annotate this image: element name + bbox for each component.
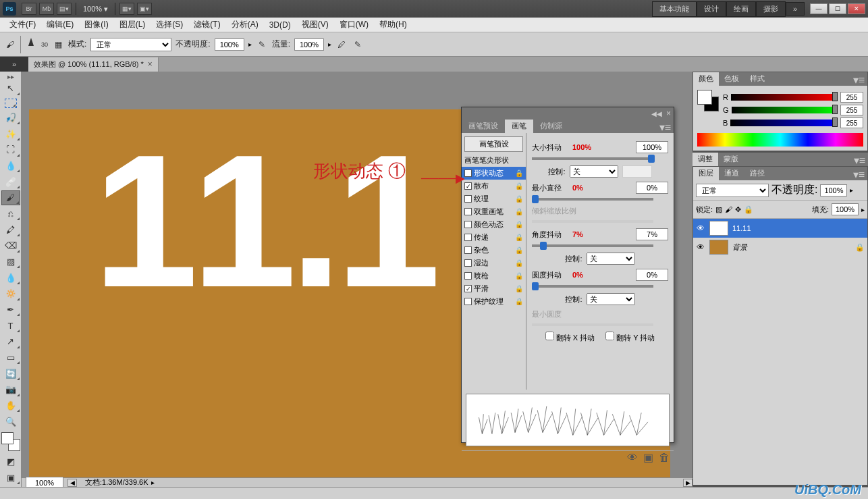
color-tab[interactable]: 颜色	[693, 72, 719, 86]
checkbox-icon[interactable]	[464, 285, 472, 292]
smoothing-item[interactable]: 平滑🔒	[462, 282, 526, 295]
foreground-color-swatch[interactable]	[1, 432, 13, 444]
horizontal-scrollbar[interactable]: ◀ 文档:1.36M/339.6K ▸ ▶	[22, 477, 693, 487]
lock-pixels-icon[interactable]: 🖌	[725, 205, 732, 213]
menu-analysis[interactable]: 分析(A)	[226, 18, 264, 32]
tab-bar-handle[interactable]: »	[0, 57, 28, 72]
workspace-tab-basic[interactable]: 基本功能	[652, 1, 697, 17]
checkbox-icon[interactable]	[464, 246, 472, 254]
dual-brush-item[interactable]: 双重画笔🔒	[462, 205, 526, 218]
workspace-tab-design[interactable]: 设计	[697, 1, 726, 17]
lock-icon[interactable]: 🔒	[515, 182, 523, 190]
wet-edges-item[interactable]: 湿边🔒	[462, 257, 526, 269]
brush-preview-icon[interactable]	[25, 38, 37, 51]
noise-item[interactable]: 杂色🔒	[462, 244, 526, 257]
blend-mode-select[interactable]: 正常	[90, 38, 171, 51]
hand-tool[interactable]: ✋	[1, 398, 20, 413]
workspace-tab-photography[interactable]: 摄影	[756, 1, 786, 17]
layer-blend-mode-select[interactable]: 正常	[696, 184, 769, 197]
roundness-control-select[interactable]: 关	[587, 293, 635, 305]
quick-mask-toggle[interactable]: ◩	[1, 454, 20, 469]
lock-icon[interactable]: 🔒	[515, 285, 523, 292]
gradient-tool[interactable]: ▨	[1, 255, 20, 269]
scroll-right-icon[interactable]: ▶	[683, 479, 693, 487]
shape-dynamics-item[interactable]: 形状动态🔒	[462, 167, 526, 180]
brush-tool-preset-icon[interactable]: 🖌	[4, 38, 16, 51]
panel-fgbg-swatch[interactable]	[697, 90, 719, 111]
checkbox-icon[interactable]	[464, 234, 472, 241]
menu-image[interactable]: 图像(I)	[79, 18, 113, 32]
panel-menu-icon[interactable]: ▾≡	[850, 72, 867, 86]
document-tab[interactable]: 效果图 @ 100% (11.11, RGB/8) * ×	[28, 57, 159, 72]
arrange-docs-button[interactable]: ▦▾	[119, 3, 134, 15]
window-minimize-button[interactable]: —	[810, 3, 828, 14]
checkbox-icon[interactable]	[464, 221, 472, 228]
eyedropper-tool[interactable]: 💧	[1, 159, 20, 174]
checkbox-icon[interactable]	[464, 259, 472, 267]
lock-transparency-icon[interactable]: ▨	[715, 205, 722, 214]
roundness-jitter-slider[interactable]	[532, 285, 653, 288]
menu-select[interactable]: 选择(S)	[151, 18, 188, 32]
clone-source-tab[interactable]: 仿制源	[533, 120, 569, 133]
menu-window[interactable]: 窗口(W)	[334, 18, 374, 32]
layer-row-text[interactable]: 👁 T 11.11	[693, 219, 867, 238]
angle-control-select[interactable]: 关	[587, 253, 635, 265]
path-select-tool[interactable]: ↗	[1, 334, 20, 349]
layer-name[interactable]: 11.11	[732, 224, 751, 232]
workspace-tab-painting[interactable]: 绘画	[726, 1, 756, 17]
shape-tool[interactable]: ▭	[1, 350, 20, 365]
layers-tab[interactable]: 图层	[693, 167, 719, 180]
menu-3d[interactable]: 3D(D)	[264, 19, 296, 31]
toggle-preview-icon[interactable]: 👁	[627, 452, 638, 464]
menu-filter[interactable]: 滤镜(T)	[188, 18, 225, 32]
flip-y-checkbox[interactable]: 翻转 Y 抖动	[605, 332, 655, 343]
opacity-input[interactable]	[215, 38, 244, 51]
protect-texture-item[interactable]: 保护纹理🔒	[462, 295, 526, 308]
lock-icon[interactable]: 🔒	[515, 169, 523, 177]
marquee-tool[interactable]	[5, 99, 17, 108]
history-brush-tool[interactable]: 🖍	[1, 222, 20, 237]
paths-tab[interactable]: 路径	[744, 167, 770, 180]
screen-mode-toggle[interactable]: ▣	[1, 470, 20, 485]
zoom-level-combo[interactable]: 100% ▾	[83, 5, 108, 14]
fill-input[interactable]	[832, 203, 859, 215]
menu-view[interactable]: 视图(V)	[296, 18, 334, 32]
workspace-more-button[interactable]: »	[786, 2, 805, 16]
lock-all-icon[interactable]: 🔒	[744, 205, 753, 214]
layer-row-background[interactable]: 👁 背景 🔒	[693, 238, 867, 257]
healing-brush-tool[interactable]: 🩹	[1, 174, 20, 189]
collapse-icon[interactable]: ◀◀	[651, 110, 662, 117]
type-tool[interactable]: T	[1, 318, 20, 333]
panel-menu-icon[interactable]: ▾≡	[851, 153, 868, 166]
tablet-opacity-icon[interactable]: ✎	[256, 38, 268, 51]
document-tab-close-icon[interactable]: ×	[148, 59, 153, 69]
layer-opacity-input[interactable]	[820, 184, 847, 196]
3d-camera-tool[interactable]: 📷	[1, 382, 20, 397]
brush-panel-toggle-icon[interactable]: ▦	[52, 38, 64, 51]
3d-tool[interactable]: 🔄	[1, 366, 20, 381]
r-value-input[interactable]	[840, 92, 863, 103]
layer-thumbnail[interactable]: T	[709, 221, 728, 236]
angle-jitter-input[interactable]	[636, 228, 668, 240]
g-slider[interactable]	[732, 107, 838, 113]
airbrush-icon[interactable]: 🖊	[335, 38, 348, 51]
b-slider[interactable]	[730, 120, 838, 126]
panel-close-icon[interactable]: ×	[666, 109, 671, 118]
color-dynamics-item[interactable]: 颜色动态🔒	[462, 218, 526, 231]
lock-icon[interactable]: 🔒	[515, 234, 523, 241]
min-diameter-slider[interactable]	[532, 198, 653, 201]
tablet-size-icon[interactable]: ✎	[352, 38, 364, 51]
b-value-input[interactable]	[840, 117, 863, 128]
mini-bridge-button[interactable]: Mb	[39, 3, 54, 15]
masks-tab[interactable]: 蒙版	[718, 153, 744, 166]
blur-tool[interactable]: 💧	[1, 270, 20, 285]
delete-brush-icon[interactable]: 🗑	[659, 452, 670, 464]
eraser-tool[interactable]: ⌫	[1, 238, 20, 253]
panel-menu-icon[interactable]: ▾≡	[850, 167, 867, 180]
min-diameter-input[interactable]	[636, 182, 668, 194]
checkbox-icon[interactable]	[464, 298, 472, 305]
texture-item[interactable]: 纹理🔒	[462, 192, 526, 205]
size-jitter-input[interactable]	[636, 141, 668, 153]
brush-presets-tab[interactable]: 画笔预设	[462, 120, 505, 133]
swatches-tab[interactable]: 色板	[719, 72, 744, 86]
